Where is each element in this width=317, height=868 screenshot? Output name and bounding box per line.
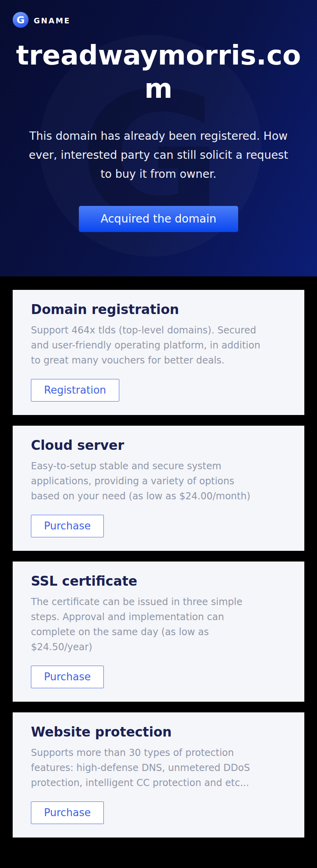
- card-description: Easy-to-setup stable and secure system a…: [31, 459, 286, 504]
- acquire-domain-button[interactable]: Acquired the domain: [79, 206, 238, 232]
- purchase-cloud-server-button[interactable]: Purchase: [31, 515, 104, 537]
- card-title: Domain registration: [31, 302, 286, 317]
- card-description: Supports more than 30 types of protectio…: [31, 745, 286, 790]
- card-title: SSL certificate: [31, 573, 286, 589]
- page: G G GNAME treadwaymorris.co m: [0, 0, 317, 868]
- card-description: Support 464x tlds (top-level domains). S…: [31, 323, 286, 368]
- card-website-protection: Website protection Supports more than 30…: [13, 712, 304, 838]
- card-cloud-server: Cloud server Easy-to-setup stable and se…: [13, 426, 304, 551]
- card-title: Cloud server: [31, 438, 286, 453]
- hero-content: treadwaymorris.co m This domain has alre…: [0, 12, 317, 232]
- registration-button[interactable]: Registration: [31, 379, 119, 402]
- card-description: The certificate can be issued in three s…: [31, 594, 286, 655]
- purchase-protection-button[interactable]: Purchase: [31, 801, 104, 824]
- card-title: Website protection: [31, 724, 286, 740]
- card-domain-registration: Domain registration Support 464x tlds (t…: [13, 290, 304, 415]
- hero-description: This domain has already been registered.…: [15, 127, 302, 184]
- hero-section: G G GNAME treadwaymorris.co m: [0, 0, 317, 276]
- services-section: Domain registration Support 464x tlds (t…: [0, 276, 317, 866]
- domain-title: treadwaymorris.co m: [15, 39, 302, 105]
- purchase-ssl-button[interactable]: Purchase: [31, 666, 104, 688]
- card-ssl-certificate: SSL certificate The certificate can be i…: [13, 562, 304, 702]
